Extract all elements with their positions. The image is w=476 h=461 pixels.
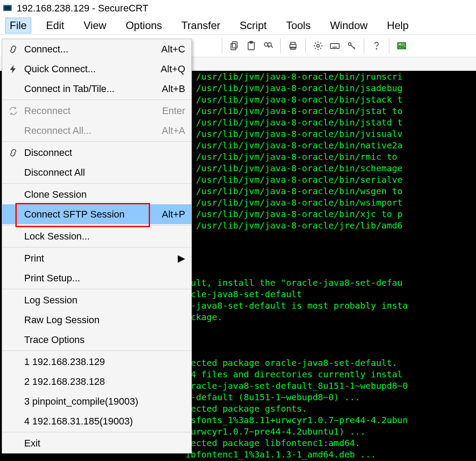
file-menu-item[interactable]: 4 192.168.31.185(19003) bbox=[2, 411, 191, 431]
unlink-icon bbox=[2, 148, 24, 158]
file-menu-item[interactable]: Connect in Tab/Tile...Alt+B bbox=[2, 79, 191, 99]
file-menu-item[interactable]: Lock Session... bbox=[2, 226, 191, 246]
menu-help[interactable]: Help bbox=[383, 18, 413, 33]
svg-rect-2 bbox=[232, 42, 237, 48]
file-menu-item: Reconnect All...Alt+A bbox=[2, 121, 191, 140]
file-menu-item[interactable]: Trace Options bbox=[2, 330, 191, 350]
file-menu-item[interactable]: Print▶ bbox=[2, 248, 191, 268]
recycle-icon bbox=[2, 106, 24, 116]
svg-point-8 bbox=[268, 43, 271, 46]
svg-rect-11 bbox=[291, 42, 295, 44]
menu-item-label: Log Session bbox=[24, 295, 185, 306]
svg-rect-14 bbox=[330, 44, 339, 48]
menu-item-label: Connect... bbox=[24, 44, 161, 55]
menu-item-label: Reconnect All... bbox=[24, 125, 162, 136]
menu-item-label: Exit bbox=[24, 438, 185, 449]
menu-tools[interactable]: Tools bbox=[282, 18, 315, 33]
file-menu-item[interactable]: Print Setup... bbox=[2, 268, 191, 288]
svg-line-20 bbox=[354, 47, 355, 48]
svg-line-9 bbox=[271, 46, 273, 48]
menu-item-label: Connect SFTP Session bbox=[24, 209, 162, 220]
gear-icon[interactable] bbox=[312, 40, 324, 52]
toolbar-separator bbox=[305, 38, 306, 53]
menu-item-label: Print bbox=[24, 253, 178, 264]
menu-item-label: 4 192.168.31.185(19003) bbox=[24, 416, 185, 427]
file-menu-item[interactable]: Raw Log Session bbox=[2, 310, 191, 330]
print-icon[interactable] bbox=[287, 40, 299, 52]
picture-icon[interactable] bbox=[395, 40, 408, 52]
menu-item-shortcut: Enter bbox=[162, 105, 185, 117]
find-icon[interactable] bbox=[262, 40, 274, 52]
link-icon bbox=[2, 44, 24, 54]
paste-icon[interactable] bbox=[245, 40, 257, 52]
window-titlebar: 192.168.238.129 - SecureCRT bbox=[0, 0, 476, 17]
file-menu-item[interactable]: 2 192.168.238.128 bbox=[2, 372, 191, 391]
svg-point-13 bbox=[317, 44, 319, 47]
file-menu-item[interactable]: Disconnect All bbox=[2, 162, 191, 182]
file-menu-item[interactable]: Log Session bbox=[2, 290, 191, 310]
key-icon[interactable] bbox=[345, 40, 358, 52]
file-menu-item[interactable]: Quick Connect...Alt+Q bbox=[2, 59, 191, 79]
window-title: 192.168.238.129 - SecureCRT bbox=[17, 3, 148, 14]
app-icon bbox=[3, 4, 12, 13]
menu-item-label: 2 192.168.238.128 bbox=[24, 376, 185, 387]
file-menu-item[interactable]: Exit bbox=[2, 433, 191, 453]
menu-item-label: Reconnect bbox=[24, 105, 162, 117]
keyboard-icon[interactable] bbox=[329, 40, 341, 52]
menu-item-label: Raw Log Session bbox=[24, 314, 185, 326]
menu-transfer[interactable]: Transfer bbox=[177, 18, 224, 33]
menu-item-label: Print Setup... bbox=[24, 273, 185, 284]
menu-edit[interactable]: Edit bbox=[42, 18, 69, 33]
menu-script[interactable]: Script bbox=[235, 18, 271, 33]
menu-view[interactable]: View bbox=[79, 18, 111, 33]
toolbar-separator bbox=[222, 38, 222, 53]
file-menu-item: ReconnectEnter bbox=[2, 101, 191, 121]
copy-icon[interactable] bbox=[228, 40, 241, 52]
file-menu-item[interactable]: 3 pinpoint_compile(19003) bbox=[2, 391, 191, 411]
menubar: FileEditViewOptionsTransferScriptToolsWi… bbox=[0, 17, 476, 34]
menu-file[interactable]: File bbox=[5, 18, 31, 33]
menu-item-label: Connect in Tab/Tile... bbox=[24, 83, 162, 95]
menu-item-label: Disconnect All bbox=[24, 167, 185, 178]
menu-item-shortcut: Alt+B bbox=[162, 83, 185, 95]
menu-item-shortcut: Alt+A bbox=[162, 125, 185, 136]
toolbar-separator bbox=[280, 38, 281, 53]
file-menu-item[interactable]: Clone Session bbox=[2, 184, 191, 204]
toolbar-separator bbox=[364, 38, 364, 53]
toolbar-separator bbox=[389, 38, 389, 53]
menu-item-label: 1 192.168.238.129 bbox=[24, 356, 185, 368]
help-icon[interactable] bbox=[370, 40, 383, 52]
bolt-icon bbox=[2, 64, 24, 74]
menu-options[interactable]: Options bbox=[121, 18, 167, 33]
menu-item-shortcut: Alt+P bbox=[162, 209, 185, 220]
svg-point-23 bbox=[399, 44, 401, 45]
file-menu-popup: Connect...Alt+CQuick Connect...Alt+QConn… bbox=[2, 39, 192, 454]
svg-point-6 bbox=[264, 43, 268, 46]
svg-point-21 bbox=[376, 48, 377, 49]
menu-item-label: Clone Session bbox=[24, 189, 185, 200]
svg-rect-1 bbox=[4, 6, 11, 10]
submenu-arrow-icon: ▶ bbox=[178, 253, 185, 264]
file-menu-item[interactable]: 1 192.168.238.129 bbox=[2, 352, 191, 372]
svg-rect-3 bbox=[231, 44, 236, 50]
menu-item-label: Trace Options bbox=[24, 334, 185, 346]
menu-item-label: Disconnect bbox=[24, 147, 185, 159]
file-menu-item[interactable]: Connect SFTP SessionAlt+P bbox=[2, 204, 191, 224]
menu-item-label: Lock Session... bbox=[24, 231, 185, 242]
file-menu-item[interactable]: Disconnect bbox=[2, 143, 191, 162]
menu-item-label: Quick Connect... bbox=[24, 63, 161, 75]
menu-item-shortcut: Alt+Q bbox=[161, 63, 185, 75]
menu-item-shortcut: Alt+C bbox=[161, 44, 185, 55]
file-menu-item[interactable]: Connect...Alt+C bbox=[2, 39, 191, 59]
menu-window[interactable]: Window bbox=[326, 18, 372, 33]
menu-item-label: 3 pinpoint_compile(19003) bbox=[24, 396, 185, 407]
